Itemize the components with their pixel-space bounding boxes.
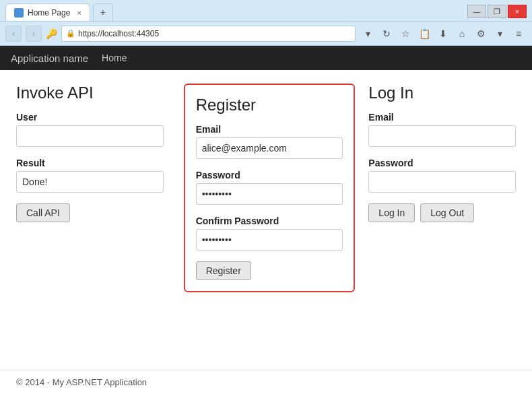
result-input[interactable] xyxy=(16,171,164,193)
login-password-group: Password xyxy=(368,158,516,201)
footer: © 2014 - My ASP.NET Application xyxy=(0,370,532,394)
maximize-button[interactable]: ❐ xyxy=(488,5,506,18)
menu-icon[interactable]: ≡ xyxy=(510,26,527,42)
toolbar-icons: ▾ ↻ ☆ 📋 ⬇ ⌂ ⚙ ▾ ≡ xyxy=(360,26,527,42)
dropdown-icon[interactable]: ▾ xyxy=(360,26,376,42)
footer-text: © 2014 - My ASP.NET Application xyxy=(16,377,147,387)
address-bar: ‹ › 🔑 🔒 https://localhost:44305 ▾ ↻ ☆ 📋 … xyxy=(0,22,532,46)
download-icon[interactable]: ⬇ xyxy=(435,26,451,42)
clipboard-icon[interactable]: 📋 xyxy=(416,26,432,42)
app-navbar: Application name Home xyxy=(0,46,532,70)
window-controls: — ❐ × xyxy=(467,5,527,21)
invoke-api-section: Invoke API User Result Call API xyxy=(16,84,177,292)
logout-button[interactable]: Log Out xyxy=(420,203,474,222)
refresh-icon[interactable]: ↻ xyxy=(378,26,395,42)
columns-container: Invoke API User Result Call API Register… xyxy=(16,84,516,292)
register-password-input[interactable] xyxy=(196,183,343,205)
tab-favicon xyxy=(14,8,24,18)
tab-title: Home Page xyxy=(28,8,70,18)
forward-button[interactable]: › xyxy=(26,26,42,42)
browser-tab[interactable]: Home Page × xyxy=(5,3,90,21)
close-button[interactable]: × xyxy=(508,5,527,18)
star-icon[interactable]: ☆ xyxy=(397,26,413,42)
minimize-button[interactable]: — xyxy=(467,5,486,18)
login-button[interactable]: Log In xyxy=(368,203,415,222)
login-title: Log In xyxy=(368,84,516,102)
register-email-group: Email xyxy=(196,124,343,167)
register-title: Register xyxy=(196,96,343,114)
new-tab-button[interactable]: + xyxy=(93,3,113,21)
result-label: Result xyxy=(16,158,164,168)
dropdown2-icon[interactable]: ▾ xyxy=(492,26,508,42)
register-confirm-password-group: Confirm Password xyxy=(196,216,343,259)
browser-window: Home Page × + — ❐ × ‹ › 🔑 🔒 https://loca… xyxy=(0,0,532,394)
url-bar[interactable]: 🔒 https://localhost:44305 xyxy=(61,26,356,42)
url-text: https://localhost:44305 xyxy=(78,29,159,38)
settings-icon[interactable]: ⚙ xyxy=(473,26,489,42)
login-email-label: Email xyxy=(368,112,516,123)
security-key-icon: 🔑 xyxy=(46,28,57,39)
home-icon[interactable]: ⌂ xyxy=(454,26,470,42)
back-button[interactable]: ‹ xyxy=(5,26,22,42)
call-api-button[interactable]: Call API xyxy=(16,203,70,222)
nav-home-link[interactable]: Home xyxy=(102,53,127,63)
page-content: Invoke API User Result Call API Register… xyxy=(0,70,532,370)
register-button[interactable]: Register xyxy=(196,261,251,280)
user-field-group: User xyxy=(16,112,164,155)
invoke-api-title: Invoke API xyxy=(16,84,164,102)
tab-close-btn[interactable]: × xyxy=(77,9,81,17)
register-section: Register Email Password Confirm Password… xyxy=(184,84,356,292)
result-field-group: Result xyxy=(16,158,164,201)
user-label: User xyxy=(16,112,164,123)
register-email-input[interactable] xyxy=(196,137,343,159)
register-email-label: Email xyxy=(196,124,343,135)
user-input[interactable] xyxy=(16,125,164,147)
register-confirm-password-label: Confirm Password xyxy=(196,216,343,226)
app-title: Application name xyxy=(11,53,88,64)
lock-icon: 🔒 xyxy=(66,29,75,38)
login-email-input[interactable] xyxy=(368,125,516,147)
login-password-label: Password xyxy=(368,158,516,168)
login-password-input[interactable] xyxy=(368,171,516,193)
login-section: Log In Email Password Log In Log Out xyxy=(362,84,516,292)
login-email-group: Email xyxy=(368,112,516,155)
login-btn-row: Log In Log Out xyxy=(368,203,516,222)
register-password-group: Password xyxy=(196,170,343,213)
register-confirm-password-input[interactable] xyxy=(196,229,343,251)
title-bar: Home Page × + — ❐ × xyxy=(0,0,532,22)
register-password-label: Password xyxy=(196,170,343,180)
